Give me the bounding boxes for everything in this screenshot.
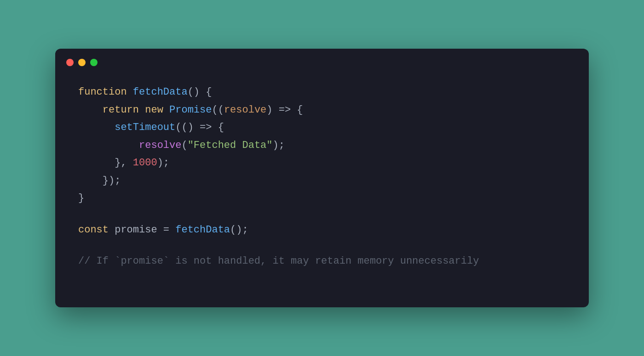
titlebar xyxy=(55,49,589,74)
code-line-4: resolve("Fetched Data"); xyxy=(78,137,566,155)
code-line-7: } xyxy=(78,190,566,208)
blank-line-2 xyxy=(78,239,566,253)
maximize-button[interactable] xyxy=(90,59,98,66)
code-editor: function fetchData() { return new Promis… xyxy=(55,74,589,284)
close-button[interactable] xyxy=(66,59,74,66)
code-line-2: return new Promise((resolve) => { xyxy=(78,102,566,119)
blank-line-1 xyxy=(78,208,566,221)
code-window: function fetchData() { return new Promis… xyxy=(55,49,589,307)
code-line-11: // If `promise` is not handled, it may r… xyxy=(78,253,566,271)
code-line-1: function fetchData() { xyxy=(78,84,566,102)
code-line-3: setTimeout(() => { xyxy=(78,119,566,137)
code-line-6: }); xyxy=(78,172,566,190)
code-line-5: }, 1000); xyxy=(78,154,566,172)
code-line-9: const promise = fetchData(); xyxy=(78,221,566,239)
minimize-button[interactable] xyxy=(78,59,86,66)
